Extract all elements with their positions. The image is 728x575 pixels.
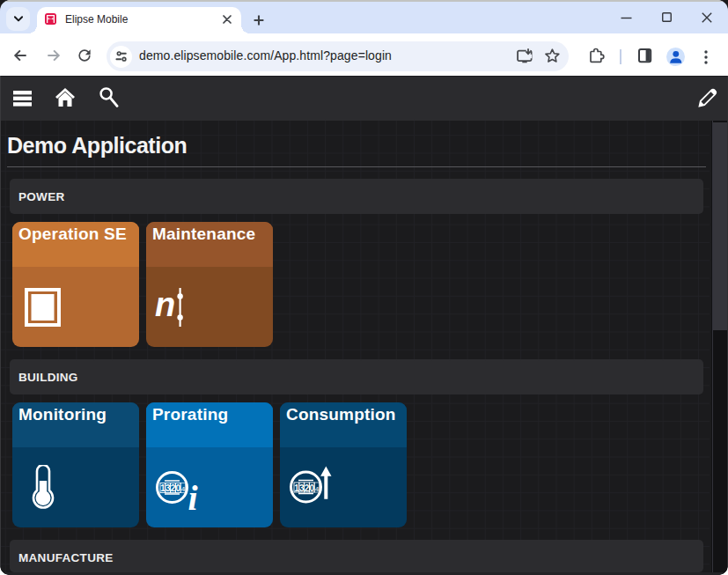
- svg-text:n: n: [155, 286, 175, 323]
- svg-text:4: 4: [181, 485, 186, 493]
- svg-text:4: 4: [315, 485, 320, 493]
- svg-text:i: i: [188, 478, 198, 517]
